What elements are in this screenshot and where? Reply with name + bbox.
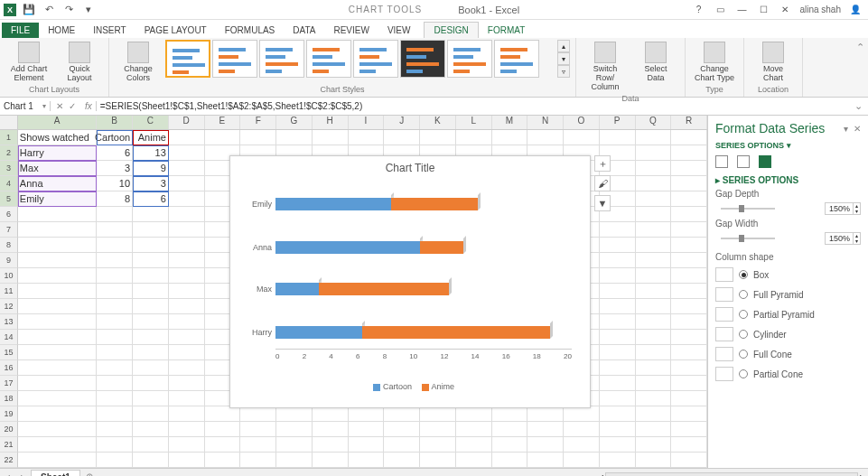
add-chart-element-button[interactable]: Add Chart Element xyxy=(5,40,52,85)
cell-c3[interactable]: 9 xyxy=(133,161,169,176)
tab-view[interactable]: VIEW xyxy=(378,23,420,38)
redo-icon[interactable]: ↷ xyxy=(61,3,76,17)
cell-a3[interactable]: Max xyxy=(18,161,97,176)
account-avatar-icon[interactable]: 👤 xyxy=(848,4,863,16)
col-header-j[interactable]: J xyxy=(384,116,420,129)
cell-c2[interactable]: 13 xyxy=(133,145,169,161)
col-header-l[interactable]: L xyxy=(456,116,492,129)
pane-dropdown-icon[interactable]: ▾ xyxy=(844,124,848,134)
close-icon[interactable]: ✕ xyxy=(778,4,792,16)
chart-elements-button[interactable]: ＋ xyxy=(594,155,611,172)
name-box[interactable]: Chart 1▾ xyxy=(0,101,51,111)
shape-box-radio[interactable] xyxy=(739,270,748,279)
col-header-c[interactable]: C xyxy=(133,116,169,129)
shape-partial-pyramid-radio[interactable] xyxy=(739,310,748,319)
cell-b1[interactable]: Cartoon xyxy=(97,130,133,145)
hscroll-right-icon[interactable]: ▸ xyxy=(860,471,864,476)
series-options-section[interactable]: ▸ SERIES OPTIONS xyxy=(715,175,861,185)
select-all-corner[interactable] xyxy=(0,116,18,129)
tab-review[interactable]: REVIEW xyxy=(324,23,378,38)
undo-icon[interactable]: ↶ xyxy=(42,3,56,17)
chart-legend[interactable]: Cartoon Anime xyxy=(230,378,590,395)
cell-a4[interactable]: Anna xyxy=(18,176,97,191)
tab-insert[interactable]: INSERT xyxy=(84,23,135,38)
hscroll-left-icon[interactable]: ◂ xyxy=(599,471,603,476)
cell-c1[interactable]: Anime xyxy=(133,130,169,145)
enter-formula-icon[interactable]: ✓ xyxy=(69,101,76,111)
col-header-b[interactable]: B xyxy=(97,116,133,129)
cell-b4[interactable]: 10 xyxy=(97,176,133,191)
collapse-ribbon-icon[interactable]: ⌃ xyxy=(856,42,864,52)
col-header-f[interactable]: F xyxy=(240,116,276,129)
chart-style-5[interactable] xyxy=(353,40,398,78)
tab-file[interactable]: FILE xyxy=(2,23,39,38)
chart-style-4[interactable] xyxy=(306,40,351,78)
fill-line-icon[interactable] xyxy=(715,155,728,168)
col-header-q[interactable]: Q xyxy=(636,116,672,129)
col-header-h[interactable]: H xyxy=(313,116,349,129)
col-header-a[interactable]: A xyxy=(18,116,97,129)
col-header-m[interactable]: M xyxy=(492,116,528,129)
move-chart-button[interactable]: Move Chart xyxy=(750,40,797,85)
col-header-p[interactable]: P xyxy=(600,116,636,129)
switch-row-column-button[interactable]: Switch Row/ Column xyxy=(582,40,629,94)
shape-cylinder-radio[interactable] xyxy=(739,330,748,339)
minimize-icon[interactable]: — xyxy=(734,4,749,16)
cell-a5[interactable]: Emily xyxy=(18,191,97,207)
shape-full-cone-radio[interactable] xyxy=(739,350,748,359)
add-sheet-icon[interactable]: ⊕ xyxy=(80,471,98,476)
chart-title[interactable]: Chart Title xyxy=(230,156,590,180)
gap-depth-slider[interactable] xyxy=(721,208,775,210)
shape-partial-cone-radio[interactable] xyxy=(739,369,748,378)
chart-style-8[interactable] xyxy=(494,40,539,78)
chart-style-7[interactable] xyxy=(447,40,492,78)
series-options-dropdown[interactable]: SERIES OPTIONS ▾ xyxy=(715,141,861,150)
fx-icon[interactable]: fx xyxy=(81,101,97,111)
formula-input[interactable]: =SERIES(Sheet1!$C$1,Sheet1!$A$2:$A$5,She… xyxy=(97,101,849,111)
user-name[interactable]: alina shah xyxy=(799,5,841,14)
chart-style-3[interactable] xyxy=(259,40,304,78)
col-header-g[interactable]: G xyxy=(276,116,313,129)
embedded-chart[interactable]: Chart Title Emily Anna Max Harry 024 681… xyxy=(229,155,591,408)
gap-width-spinner[interactable]: 150%▴▾ xyxy=(825,232,861,245)
gap-width-slider[interactable] xyxy=(721,238,775,239)
cell-b5[interactable]: 8 xyxy=(97,191,133,207)
change-colors-button[interactable]: Change Colors xyxy=(115,40,162,85)
chart-style-scroll[interactable]: ▴▾▿ xyxy=(557,40,570,78)
effects-icon[interactable] xyxy=(737,155,750,168)
col-header-r[interactable]: R xyxy=(671,116,707,129)
gap-depth-spinner[interactable]: 150%▴▾ xyxy=(825,202,861,215)
change-chart-type-button[interactable]: Change Chart Type xyxy=(691,40,738,85)
sheet-tab-sheet1[interactable]: Sheet1 xyxy=(31,470,80,477)
quick-layout-button[interactable]: Quick Layout xyxy=(56,40,103,85)
cell-b2[interactable]: 6 xyxy=(97,145,133,161)
shape-full-pyramid-radio[interactable] xyxy=(739,290,748,299)
restore-icon[interactable]: ☐ xyxy=(756,4,770,16)
chart-plot-area[interactable]: Emily Anna Max Harry 024 6810 121416 182… xyxy=(230,180,590,378)
qat-customize-icon[interactable]: ▾ xyxy=(81,3,96,17)
horizontal-scrollbar[interactable] xyxy=(605,472,858,477)
tab-data[interactable]: DATA xyxy=(284,23,324,38)
col-header-i[interactable]: I xyxy=(349,116,385,129)
ribbon-display-icon[interactable]: ▭ xyxy=(713,4,727,16)
worksheet[interactable]: A B C D E F G H I J K L M N O P Q R 1 Sh… xyxy=(0,116,707,468)
tab-format[interactable]: FORMAT xyxy=(479,23,534,38)
series-options-icon[interactable] xyxy=(759,155,771,168)
cancel-formula-icon[interactable]: ✕ xyxy=(56,101,63,111)
tab-home[interactable]: HOME xyxy=(39,23,84,38)
chart-styles-button[interactable]: 🖌 xyxy=(594,175,611,191)
col-header-k[interactable]: K xyxy=(420,116,456,129)
tab-formulas[interactable]: FORMULAS xyxy=(216,23,285,38)
help-icon[interactable]: ? xyxy=(691,4,705,16)
cell-a2[interactable]: Harry xyxy=(18,145,97,161)
pane-close-icon[interactable]: ✕ xyxy=(854,124,861,134)
sheet-nav-prev-icon[interactable]: ◂ xyxy=(0,471,15,476)
col-header-e[interactable]: E xyxy=(205,116,241,129)
col-header-o[interactable]: O xyxy=(564,116,600,129)
select-data-button[interactable]: Select Data xyxy=(632,40,679,85)
chart-style-1[interactable] xyxy=(165,40,210,78)
chart-style-2[interactable] xyxy=(212,40,257,78)
expand-formula-bar-icon[interactable]: ⌄ xyxy=(849,100,868,112)
cell-b3[interactable]: 3 xyxy=(97,161,133,176)
save-icon[interactable]: 💾 xyxy=(22,3,36,17)
